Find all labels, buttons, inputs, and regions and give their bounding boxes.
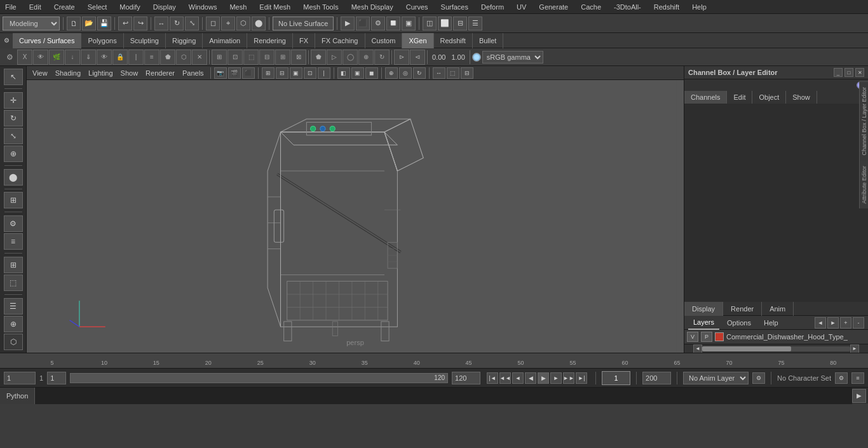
channel-box-max-btn[interactable]: □ — [844, 68, 853, 77]
display-tab-display[interactable]: Display — [684, 302, 723, 316]
display-tab-render[interactable]: Render — [723, 302, 762, 316]
python-input[interactable] — [35, 388, 852, 404]
vp-hud-btn[interactable]: ⊟ — [461, 67, 473, 79]
settings-gear-btn[interactable]: ⚙ — [3, 50, 17, 64]
open-scene-btn[interactable]: 📂 — [82, 17, 96, 31]
misc-btn-2[interactable]: ⊕ — [4, 316, 23, 332]
menu-help[interactable]: Help — [689, 2, 709, 12]
tab-fx[interactable]: FX — [293, 33, 315, 48]
anim-layer-settings-btn[interactable]: ⚙ — [752, 372, 765, 384]
menu-display[interactable]: Display — [151, 2, 179, 12]
tab-rigging[interactable]: Rigging — [166, 33, 203, 48]
render-settings-btn[interactable]: ⚙ — [371, 17, 385, 31]
scroll-track[interactable] — [702, 346, 850, 351]
select-tool-btn[interactable]: ↖ — [4, 69, 23, 85]
render-btn[interactable]: ▶ — [341, 17, 355, 31]
icon-btn-20[interactable]: ▷ — [327, 50, 342, 65]
layers-tab-layers[interactable]: Layers — [688, 316, 719, 330]
mode-selector[interactable]: Modeling Rigging Animation FX Rendering — [3, 17, 60, 31]
tab-custom[interactable]: Custom — [365, 33, 403, 48]
select-btn[interactable]: ◻ — [206, 17, 220, 31]
tab-sculpting[interactable]: Sculpting — [124, 33, 166, 48]
tab-rendering[interactable]: Rendering — [247, 33, 293, 48]
universal-btn[interactable]: ⊕ — [4, 146, 23, 162]
live-surface-btn[interactable]: No Live Surface — [273, 17, 334, 31]
grid-btn[interactable]: ⊞ — [4, 257, 23, 273]
scroll-right-arrow[interactable]: ► — [850, 344, 859, 353]
new-scene-btn[interactable]: 🗋 — [67, 17, 81, 31]
color-space-selector[interactable]: sRGB gamma Linear Raw — [482, 51, 543, 64]
viewport-canvas[interactable]: persp — [27, 80, 684, 353]
vp-display-2[interactable]: ⊟ — [276, 67, 288, 79]
play-back-btn[interactable]: ◀ — [525, 372, 536, 384]
layout-btn-4[interactable]: ☰ — [468, 17, 482, 31]
menu-mesh[interactable]: Mesh — [227, 2, 249, 12]
layer-prev-btn[interactable]: ◄ — [815, 317, 826, 329]
icon-btn-4[interactable]: ↓ — [65, 50, 80, 65]
soft-select-side-btn[interactable]: ⬤ — [4, 169, 23, 186]
render-view-btn[interactable]: 🔲 — [386, 17, 400, 31]
misc-btn-1[interactable]: ☰ — [4, 298, 23, 315]
icon-btn-2[interactable]: 👁 — [33, 50, 48, 65]
icon-btn-13[interactable]: ⊞ — [212, 50, 227, 65]
layers-h-scrollbar[interactable]: ◄ ► — [684, 344, 868, 353]
vp-menu-panels[interactable]: Panels — [179, 68, 207, 78]
menu-mesh-tools[interactable]: Mesh Tools — [301, 2, 341, 12]
menu-deform[interactable]: Deform — [478, 2, 506, 12]
vp-menu-show[interactable]: Show — [118, 68, 142, 78]
layer-visible-btn[interactable]: V — [687, 332, 698, 342]
menu-edit[interactable]: Edit — [27, 2, 44, 12]
icon-btn-22[interactable]: ⊕ — [358, 50, 374, 65]
icon-btn-5[interactable]: ⇓ — [81, 50, 96, 65]
render-seq-btn[interactable]: ▣ — [402, 17, 416, 31]
go-start-btn[interactable]: |◄ — [487, 372, 498, 384]
vp-misc-1[interactable]: ⊕ — [385, 67, 398, 79]
icon-btn-9[interactable]: ≡ — [144, 50, 159, 65]
attribute-editor-edge-tab[interactable]: Attribute Editor — [860, 161, 869, 209]
current-frame-display[interactable] — [602, 371, 630, 385]
tab-curves-surfaces[interactable]: Curves / Surfaces — [13, 33, 81, 48]
icon-btn-7[interactable]: 🔒 — [112, 50, 128, 65]
channel-box-close-btn[interactable]: _ — [834, 68, 843, 77]
display-tab-anim[interactable]: Anim — [762, 302, 794, 316]
layer-add-btn[interactable]: + — [840, 317, 851, 329]
tab-redshift[interactable]: Redshift — [434, 33, 473, 48]
tab-animation[interactable]: Animation — [203, 33, 247, 48]
vp-display-1[interactable]: ⊞ — [262, 67, 275, 79]
vp-seq-btn[interactable]: ⬛ — [242, 67, 255, 79]
tabs-left-btn[interactable]: ⚙ — [0, 33, 13, 48]
menu-edit-mesh[interactable]: Edit Mesh — [257, 2, 293, 12]
icon-btn-23[interactable]: ↻ — [374, 50, 390, 65]
channel-box-edge-tab[interactable]: Channel Box / Layer Editor — [860, 81, 869, 161]
scale-tool-btn[interactable]: ⤡ — [185, 17, 199, 31]
vp-menu-renderer[interactable]: Renderer — [142, 68, 178, 78]
ipr-btn[interactable]: ⬛ — [356, 17, 370, 31]
menu-cache[interactable]: Cache — [578, 2, 604, 12]
rotate-btn[interactable]: ↻ — [4, 110, 23, 126]
channel-tab-show[interactable]: Show — [786, 91, 817, 104]
vp-cam-btn[interactable]: 📷 — [214, 67, 227, 79]
step-back-btn[interactable]: ◄ — [512, 372, 524, 384]
layer-color-swatch[interactable] — [715, 332, 724, 341]
layout-btn-2[interactable]: ⬜ — [438, 17, 452, 31]
snap-btn[interactable]: ⊞ — [4, 192, 23, 208]
attr-editor-btn[interactable]: ≡ — [4, 233, 23, 250]
undo-btn[interactable]: ↩ — [118, 17, 132, 31]
icon-btn-16[interactable]: ⊟ — [259, 50, 275, 65]
icon-btn-18[interactable]: ⊠ — [291, 50, 306, 65]
tab-fx-caching[interactable]: FX Caching — [315, 33, 365, 48]
menu-curves[interactable]: Curves — [403, 2, 431, 12]
soft-select-btn[interactable]: ⬤ — [252, 17, 266, 31]
layer-remove-btn[interactable]: - — [853, 317, 864, 329]
channel-box-x-btn[interactable]: ✕ — [855, 68, 864, 77]
lasso-btn[interactable]: ⌖ — [221, 17, 235, 31]
menu-windows[interactable]: Windows — [186, 2, 220, 12]
layer-next-btn[interactable]: ► — [827, 317, 839, 329]
misc-btn-3[interactable]: ⬡ — [4, 334, 23, 350]
vp-display-4[interactable]: ⊡ — [304, 67, 316, 79]
menu-uv[interactable]: UV — [514, 2, 529, 12]
tab-bullet[interactable]: Bullet — [473, 33, 504, 48]
layout-btn-1[interactable]: ◫ — [423, 17, 437, 31]
move-btn[interactable]: ✛ — [4, 92, 23, 109]
icon-btn-21[interactable]: ◯ — [342, 50, 358, 65]
